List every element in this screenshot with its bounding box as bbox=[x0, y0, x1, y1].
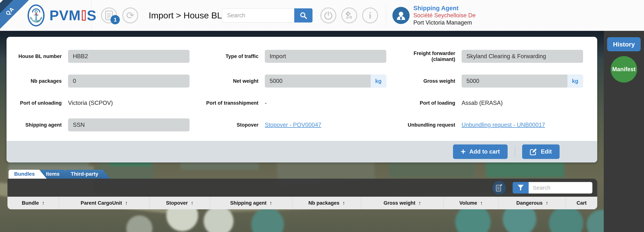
person-icon bbox=[396, 10, 406, 21]
column-label: Gross weight bbox=[384, 200, 415, 206]
detail-tabs: Bundles Items Third-party bbox=[8, 170, 104, 179]
field-port-of-transshipment: Port of transshipment - bbox=[203, 93, 400, 113]
house-bl-form: House BL number Type of traffic Freight … bbox=[6, 37, 597, 137]
column-header-parent-cargounit[interactable]: Parent CargoUnit↑ bbox=[59, 197, 149, 209]
user-organization: Port Victoria Managem bbox=[413, 19, 476, 26]
global-search-button[interactable] bbox=[294, 8, 312, 22]
sort-asc-icon: ↑ bbox=[42, 200, 45, 206]
column-label: Cart bbox=[576, 200, 586, 206]
history-button[interactable]: History bbox=[607, 37, 641, 51]
house-bl-card: House BL number Type of traffic Freight … bbox=[6, 37, 597, 162]
power-icon bbox=[324, 11, 332, 20]
card-footer: + Add to cart Edit bbox=[6, 141, 597, 162]
sort-asc-icon: ↑ bbox=[418, 200, 421, 206]
user-company: Société Seychelloise De bbox=[413, 12, 476, 19]
add-to-cart-button[interactable]: + Add to cart bbox=[453, 144, 508, 159]
header-left-icons: 1 ⟳ bbox=[101, 7, 138, 23]
sort-asc-icon: ↑ bbox=[546, 200, 548, 206]
table-search-input[interactable] bbox=[529, 182, 592, 194]
field-net-weight: Net weight kg bbox=[203, 69, 400, 93]
bundles-panel: Bundle↑ Parent CargoUnit↑ Stopover↑ Ship… bbox=[8, 179, 597, 209]
tab-third-party[interactable]: Third-party bbox=[65, 170, 110, 179]
documents-button[interactable]: 1 bbox=[101, 7, 117, 23]
edit-button[interactable]: Edit bbox=[522, 144, 560, 159]
field-label: Stopover bbox=[203, 122, 265, 128]
field-gross-weight: Gross weight kg bbox=[400, 69, 597, 93]
page-title: Import > House BL bbox=[149, 10, 222, 20]
stopover-link[interactable]: Stopover - POV00047 bbox=[265, 121, 321, 128]
edit-label: Edit bbox=[541, 148, 552, 155]
column-header-dangerous[interactable]: Dangerous↑ bbox=[499, 197, 566, 209]
refresh-button[interactable]: ⟳ bbox=[122, 7, 138, 23]
field-label: Gross weight bbox=[400, 78, 462, 84]
field-label: Nb packages bbox=[6, 78, 68, 84]
wordmark-i-box bbox=[82, 10, 86, 21]
net-weight-input[interactable] bbox=[265, 75, 371, 88]
search-icon bbox=[300, 12, 307, 19]
field-stopover: Stopover Stopover - POV00047 bbox=[203, 113, 400, 137]
column-header-bundle[interactable]: Bundle↑ bbox=[8, 197, 59, 209]
type-of-traffic-input[interactable] bbox=[265, 50, 386, 63]
wordmark-suffix: S bbox=[87, 7, 96, 23]
right-action-panel: History Manifest bbox=[604, 31, 644, 232]
field-label: Port of unloading bbox=[6, 100, 68, 106]
ribbon-label: QA bbox=[4, 6, 16, 17]
user-text: Shipping Agent Société Seychelloise De P… bbox=[413, 4, 476, 26]
sort-asc-icon: ↑ bbox=[125, 200, 128, 206]
info-button[interactable]: i bbox=[362, 7, 378, 23]
logout-button[interactable] bbox=[320, 7, 336, 23]
sort-asc-icon: ↑ bbox=[342, 200, 345, 206]
footer-divider bbox=[515, 146, 515, 157]
column-label: Shipping agent bbox=[230, 200, 266, 206]
sort-asc-icon: ↑ bbox=[480, 200, 483, 206]
info-icon: i bbox=[369, 10, 372, 20]
field-label: Net weight bbox=[203, 78, 265, 84]
port-of-loading-value: Assab (ERASA) bbox=[462, 100, 503, 106]
field-label: Shipping agent bbox=[6, 122, 68, 128]
manifest-button[interactable]: Manifest bbox=[611, 56, 637, 83]
column-header-shipping-agent[interactable]: Shipping agent↑ bbox=[210, 197, 292, 209]
table-search-group bbox=[513, 182, 592, 194]
add-to-cart-label: Add to cart bbox=[470, 148, 500, 155]
field-shipping-agent: Shipping agent bbox=[6, 113, 203, 137]
column-header-gross-weight[interactable]: Gross weight↑ bbox=[361, 197, 443, 209]
column-header-stopover[interactable]: Stopover↑ bbox=[149, 197, 210, 209]
field-type-of-traffic: Type of traffic bbox=[203, 43, 400, 69]
field-label: Freight forwarder (claimant) bbox=[400, 50, 462, 62]
filter-button[interactable] bbox=[513, 182, 529, 194]
column-label: Parent CargoUnit bbox=[81, 200, 122, 206]
column-header-volume[interactable]: Volume↑ bbox=[443, 197, 499, 209]
table-toolbar bbox=[8, 179, 597, 197]
pvmis-app: QA ⚓ PVMS 1 ⟳ Import > House BL bbox=[0, 0, 644, 232]
field-label: Port of transshipment bbox=[203, 100, 265, 106]
field-label: House BL number bbox=[6, 53, 68, 59]
global-search bbox=[222, 8, 312, 22]
user-avatar[interactable] bbox=[392, 7, 410, 24]
port-of-transshipment-value: - bbox=[265, 100, 267, 106]
column-label: Bundle bbox=[22, 200, 39, 206]
add-document-button[interactable] bbox=[492, 181, 506, 194]
refresh-icon: ⟳ bbox=[126, 10, 134, 20]
table-header-row: Bundle↑ Parent CargoUnit↑ Stopover↑ Ship… bbox=[8, 197, 597, 209]
column-label: Nb packages bbox=[308, 200, 340, 206]
unbundling-request-link[interactable]: Unbundling request - UNB00017 bbox=[462, 121, 545, 128]
shipping-agent-input[interactable] bbox=[68, 118, 190, 131]
body-area: History Manifest House BL number Type of… bbox=[0, 31, 644, 232]
add-document-icon bbox=[496, 184, 503, 192]
field-label: Unbundling request bbox=[400, 122, 462, 128]
field-port-of-loading: Port of loading Assab (ERASA) bbox=[400, 93, 597, 113]
top-header: QA ⚓ PVMS 1 ⟳ Import > House BL bbox=[0, 0, 644, 31]
global-search-input[interactable] bbox=[222, 8, 294, 22]
gross-weight-input[interactable] bbox=[462, 75, 568, 88]
port-of-unloading-value: Victoria (SCPOV) bbox=[68, 100, 113, 106]
column-label: Stopover bbox=[166, 200, 188, 206]
brand-zone: QA ⚓ PVMS bbox=[0, 0, 92, 31]
nb-packages-input[interactable] bbox=[68, 75, 190, 88]
house-bl-number-input[interactable] bbox=[68, 50, 190, 63]
sort-asc-icon: ↑ bbox=[191, 200, 194, 206]
freight-forwarder-input[interactable] bbox=[462, 50, 583, 63]
gears-icon bbox=[345, 11, 354, 20]
column-label: Volume bbox=[459, 200, 477, 206]
column-header-nb-packages[interactable]: Nb packages↑ bbox=[292, 197, 361, 209]
settings-button[interactable] bbox=[341, 7, 357, 23]
